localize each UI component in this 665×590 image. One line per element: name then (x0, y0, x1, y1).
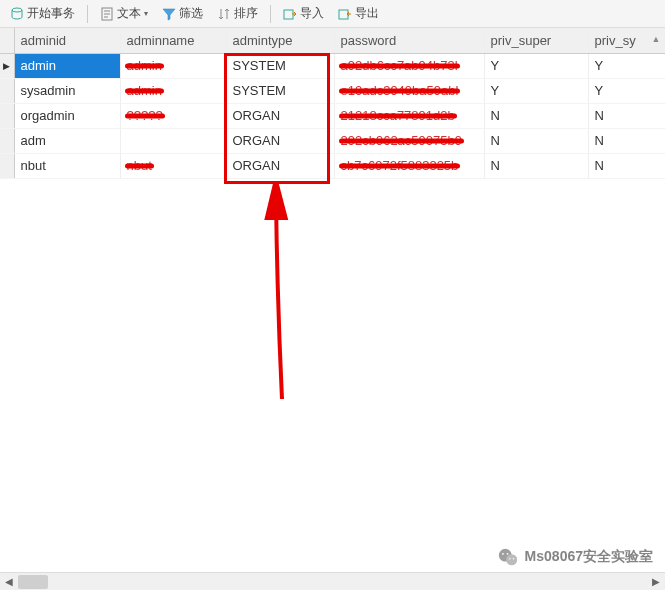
table-container: adminidadminnameadmintypepasswordpriv_su… (0, 28, 665, 572)
import-label: 导入 (300, 5, 324, 22)
cell-password[interactable]: cb7c6972f5883325b (334, 153, 484, 178)
export-label: 导出 (355, 5, 379, 22)
redacted-text: ????? (127, 108, 163, 123)
sort-icon (217, 7, 231, 21)
row-marker (0, 78, 14, 103)
svg-point-8 (506, 554, 517, 565)
cell-priv_super[interactable]: N (484, 103, 588, 128)
cell-adminname[interactable]: admin (120, 78, 226, 103)
import-icon (283, 7, 297, 21)
filter-button[interactable]: 筛选 (156, 3, 209, 24)
cell-priv_sys[interactable]: N (588, 128, 665, 153)
begin-transaction-label: 开始事务 (27, 5, 75, 22)
cell-password[interactable]: e10adc3949ba59abl (334, 78, 484, 103)
svg-point-0 (12, 8, 22, 12)
dropdown-arrow-icon: ▾ (144, 9, 148, 18)
cell-priv_sys[interactable]: Y (588, 53, 665, 78)
cell-adminid[interactable]: sysadmin (14, 78, 120, 103)
redacted-text: 21218cca77891d2b (341, 108, 455, 123)
cell-admintype[interactable]: ORGAN (226, 153, 334, 178)
cell-priv_sys[interactable]: N (588, 153, 665, 178)
cell-password[interactable]: 292cb962ac59075b9 (334, 128, 484, 153)
doc-icon (100, 7, 114, 21)
export-button[interactable]: 导出 (332, 3, 385, 24)
row-marker (0, 153, 14, 178)
data-grid[interactable]: adminidadminnameadmintypepasswordpriv_su… (0, 28, 665, 179)
scroll-left-button[interactable]: ◀ (0, 574, 18, 590)
column-header-adminname[interactable]: adminname (120, 28, 226, 53)
sort-button[interactable]: 排序 (211, 3, 264, 24)
cell-priv_super[interactable]: N (484, 128, 588, 153)
scrollbar-thumb[interactable] (18, 575, 48, 589)
watermark-text: Ms08067安全实验室 (525, 548, 653, 566)
funnel-icon (162, 7, 176, 21)
table-row[interactable]: sysadminadminSYSTEMe10adc3949ba59ablYY (0, 78, 665, 103)
db-icon (10, 7, 24, 21)
column-header-priv_sys[interactable]: priv_sy▲ (588, 28, 665, 53)
svg-point-9 (502, 553, 504, 555)
redacted-text: a92db6cc7ab94b73l (341, 58, 458, 73)
cell-adminname[interactable] (120, 128, 226, 153)
table-row[interactable]: orgadmin?????ORGAN21218cca77891d2bNN (0, 103, 665, 128)
cell-adminid[interactable]: admin (14, 53, 120, 78)
toolbar-separator (87, 5, 88, 23)
cell-admintype[interactable]: ORGAN (226, 103, 334, 128)
cell-password[interactable]: a92db6cc7ab94b73l (334, 53, 484, 78)
table-body: ▶adminadminSYSTEMa92db6cc7ab94b73lYYsysa… (0, 53, 665, 178)
cell-adminid[interactable]: orgadmin (14, 103, 120, 128)
svg-point-11 (509, 558, 510, 559)
row-marker: ▶ (0, 53, 14, 78)
table-row[interactable]: nbutnbutORGANcb7c6972f5883325bNN (0, 153, 665, 178)
row-marker (0, 128, 14, 153)
cell-admintype[interactable]: SYSTEM (226, 53, 334, 78)
horizontal-scrollbar[interactable]: ◀ ▶ (0, 572, 665, 590)
toolbar-separator (270, 5, 271, 23)
toolbar: 开始事务 文本 ▾ 筛选 排序 导入 导出 (0, 0, 665, 28)
text-label: 文本 (117, 5, 141, 22)
sort-label: 排序 (234, 5, 258, 22)
export-icon (338, 7, 352, 21)
cell-adminname[interactable]: admin (120, 53, 226, 78)
cell-adminid[interactable]: nbut (14, 153, 120, 178)
sort-asc-icon: ▲ (652, 34, 661, 44)
annotation-arrow-icon (260, 184, 300, 404)
table-row[interactable]: ▶adminadminSYSTEMa92db6cc7ab94b73lYY (0, 53, 665, 78)
watermark: Ms08067安全实验室 (497, 546, 653, 568)
cell-priv_sys[interactable]: Y (588, 78, 665, 103)
filter-label: 筛选 (179, 5, 203, 22)
scroll-right-button[interactable]: ▶ (647, 574, 665, 590)
svg-point-10 (506, 553, 508, 555)
redacted-text: nbut (127, 158, 152, 173)
redacted-text: e10adc3949ba59abl (341, 83, 459, 98)
redacted-text: admin (127, 58, 162, 73)
row-marker-header (0, 28, 14, 53)
wechat-icon (497, 546, 519, 568)
scrollbar-track[interactable] (18, 574, 647, 590)
begin-transaction-button[interactable]: 开始事务 (4, 3, 81, 24)
cell-admintype[interactable]: SYSTEM (226, 78, 334, 103)
cell-priv_sys[interactable]: N (588, 103, 665, 128)
cell-priv_super[interactable]: Y (484, 53, 588, 78)
cell-admintype[interactable]: ORGAN (226, 128, 334, 153)
cell-adminname[interactable]: nbut (120, 153, 226, 178)
table-header-row: adminidadminnameadmintypepasswordpriv_su… (0, 28, 665, 53)
cell-priv_super[interactable]: N (484, 153, 588, 178)
svg-rect-5 (284, 10, 293, 19)
redacted-text: cb7c6972f5883325b (341, 158, 459, 173)
text-button[interactable]: 文本 ▾ (94, 3, 154, 24)
table-row[interactable]: admORGAN292cb962ac59075b9NN (0, 128, 665, 153)
redacted-text: 292cb962ac59075b9 (341, 133, 462, 148)
column-header-adminid[interactable]: adminid (14, 28, 120, 53)
row-marker (0, 103, 14, 128)
cell-priv_super[interactable]: Y (484, 78, 588, 103)
cell-password[interactable]: 21218cca77891d2b (334, 103, 484, 128)
import-button[interactable]: 导入 (277, 3, 330, 24)
redacted-text: admin (127, 83, 162, 98)
svg-point-12 (512, 558, 513, 559)
column-header-priv_super[interactable]: priv_super (484, 28, 588, 53)
svg-rect-6 (339, 10, 348, 19)
column-header-password[interactable]: password (334, 28, 484, 53)
cell-adminid[interactable]: adm (14, 128, 120, 153)
cell-adminname[interactable]: ????? (120, 103, 226, 128)
column-header-admintype[interactable]: admintype (226, 28, 334, 53)
